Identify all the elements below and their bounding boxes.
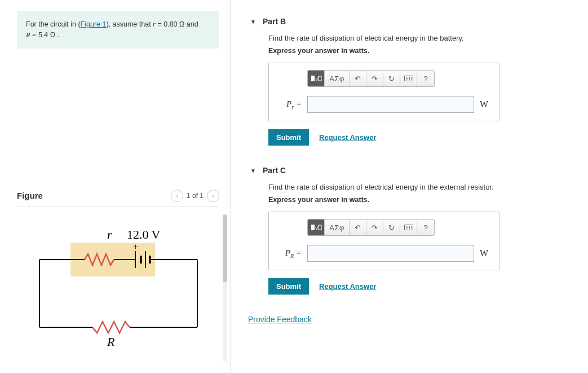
part-c-answer-area: √ ΑΣφ ↶ ↷ ↻ ? PR = W (268, 212, 499, 270)
keyboard-icon (404, 225, 413, 230)
part-c-header[interactable]: ▼ Part C (248, 160, 577, 183)
part-c-title: Part C (263, 166, 286, 175)
r-value: = 0.80 Ω and (156, 20, 198, 28)
part-b-answer-row: Pr = W (277, 96, 491, 113)
figure-next-button[interactable]: › (207, 190, 219, 202)
part-c-body: Find the rate of dissipation of electric… (248, 183, 577, 309)
part-b-answer-area: √ ΑΣφ ↶ ↷ ↻ ? Pr = W (268, 63, 499, 121)
R-value: = 5.4 Ω . (30, 31, 59, 39)
undo-button[interactable]: ↶ (350, 71, 366, 86)
answer-toolbar-b: √ ΑΣφ ↶ ↷ ↻ ? (307, 70, 435, 87)
voltage-label: 12.0 V (127, 227, 161, 242)
part-b-submit-button[interactable]: Submit (268, 129, 309, 146)
part-b-var-label: Pr = (277, 99, 302, 110)
greek-button[interactable]: ΑΣφ (325, 71, 350, 86)
svg-rect-12 (311, 76, 315, 81)
part-b-header[interactable]: ▼ Part B (248, 11, 577, 34)
part-c-answer-input[interactable] (307, 245, 474, 262)
answer-toolbar-c: √ ΑΣφ ↶ ↷ ↻ ? (307, 219, 435, 236)
part-b-submit-row: Submit Request Answer (268, 129, 577, 146)
redo-button[interactable]: ↷ (366, 71, 383, 86)
figure-scrollbar[interactable] (223, 214, 227, 361)
R-label: R (107, 335, 115, 349)
templates-button[interactable]: √ (308, 71, 325, 86)
part-c-unit: W (480, 248, 491, 258)
greek-button[interactable]: ΑΣφ (325, 220, 350, 235)
svg-rect-17 (319, 225, 321, 230)
part-c-submit-row: Submit Request Answer (268, 278, 577, 295)
figure-counter: 1 of 1 (187, 192, 204, 200)
help-button[interactable]: ? (417, 71, 434, 86)
part-c-answer-row: PR = W (277, 245, 491, 262)
problem-text-2: ), assume that (106, 20, 153, 28)
part-c-prompt: Find the rate of dissipation of electric… (268, 183, 577, 191)
redo-button[interactable]: ↷ (366, 220, 383, 235)
problem-text-1: For the circuit in ( (26, 20, 81, 28)
part-c-submit-button[interactable]: Submit (268, 278, 309, 295)
part-b-instruction: Express your answer in watts. (268, 47, 577, 55)
part-c-var-label: PR = (277, 248, 302, 259)
problem-statement: For the circuit in (Figure 1), assume th… (17, 11, 219, 49)
part-b-body: Find the rate of dissipation of electric… (248, 34, 577, 160)
figure-header: Figure ‹ 1 of 1 › (17, 190, 219, 207)
part-b-unit: W (480, 99, 491, 109)
caret-down-icon: ▼ (250, 19, 256, 25)
right-pane: ▼ Part B Find the rate of dissipation of… (231, 0, 588, 373)
undo-button[interactable]: ↶ (350, 220, 366, 235)
reset-button[interactable]: ↻ (383, 71, 400, 86)
R-var: R (26, 31, 30, 39)
keyboard-icon (404, 76, 413, 81)
figure-nav: ‹ 1 of 1 › (171, 190, 219, 202)
scrollbar-thumb[interactable] (223, 214, 227, 282)
provide-feedback-link[interactable]: Provide Feedback (248, 315, 312, 324)
part-b-answer-input[interactable] (307, 96, 474, 113)
figure-prev-button[interactable]: ‹ (171, 190, 183, 202)
keyboard-button[interactable] (400, 71, 417, 86)
part-b-title: Part B (263, 17, 286, 26)
svg-rect-15 (311, 225, 315, 230)
figure-heading: Figure (17, 191, 43, 200)
r-label: r (107, 227, 112, 242)
plus-label: + (133, 242, 138, 252)
caret-down-icon: ▼ (250, 168, 256, 174)
circuit-figure: r 12.0 V + R (17, 217, 219, 354)
help-button[interactable]: ? (417, 220, 434, 235)
templates-button[interactable]: √ (308, 220, 325, 235)
svg-rect-14 (319, 76, 321, 81)
left-pane: For the circuit in (Figure 1), assume th… (0, 0, 231, 373)
part-c-request-answer-link[interactable]: Request Answer (319, 282, 376, 291)
keyboard-button[interactable] (400, 220, 417, 235)
part-b-request-answer-link[interactable]: Request Answer (319, 133, 376, 142)
part-c-instruction: Express your answer in watts. (268, 196, 577, 204)
reset-button[interactable]: ↻ (383, 220, 400, 235)
part-b-prompt: Find the rate of dissipation of electric… (268, 34, 577, 42)
figure-link[interactable]: Figure 1 (81, 20, 107, 28)
